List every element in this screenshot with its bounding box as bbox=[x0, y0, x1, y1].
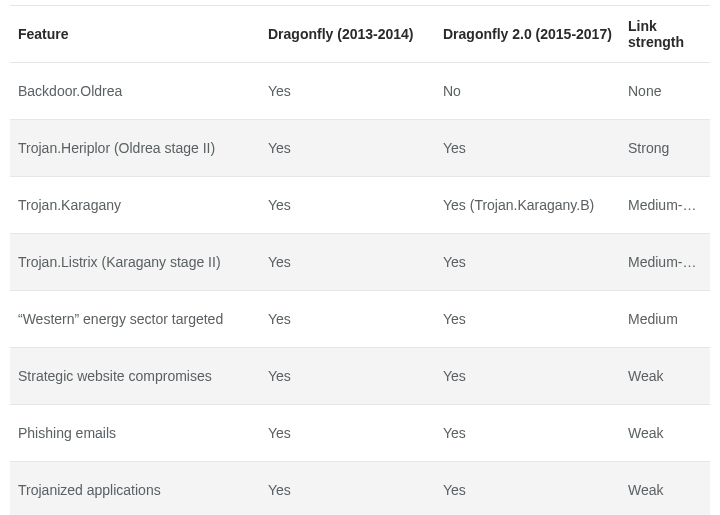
cell-dragonfly: Yes bbox=[260, 120, 435, 177]
cell-link-strength: Weak bbox=[620, 462, 710, 516]
cell-dragonfly: Yes bbox=[260, 291, 435, 348]
col-header-dragonfly: Dragonfly (2013-2014) bbox=[260, 6, 435, 63]
cell-dragonfly: Yes bbox=[260, 177, 435, 234]
table-row: Strategic website compromises Yes Yes We… bbox=[10, 348, 710, 405]
cell-dragonfly2: Yes (Trojan.Karagany.B) bbox=[435, 177, 620, 234]
cell-dragonfly2: Yes bbox=[435, 462, 620, 516]
col-header-feature: Feature bbox=[10, 6, 260, 63]
table-row: “Western” energy sector targeted Yes Yes… bbox=[10, 291, 710, 348]
table-row: Phishing emails Yes Yes Weak bbox=[10, 405, 710, 462]
cell-dragonfly2: Yes bbox=[435, 120, 620, 177]
table-row: Backdoor.Oldrea Yes No None bbox=[10, 63, 710, 120]
cell-link-strength: None bbox=[620, 63, 710, 120]
cell-dragonfly: Yes bbox=[260, 462, 435, 516]
cell-dragonfly: Yes bbox=[260, 348, 435, 405]
cell-dragonfly2: Yes bbox=[435, 348, 620, 405]
cell-link-strength: Weak bbox=[620, 348, 710, 405]
col-header-link-strength: Link strength bbox=[620, 6, 710, 63]
cell-feature: Backdoor.Oldrea bbox=[10, 63, 260, 120]
cell-dragonfly2: Yes bbox=[435, 405, 620, 462]
table-container: Feature Dragonfly (2013-2014) Dragonfly … bbox=[10, 5, 710, 515]
cell-feature: Trojan.Heriplor (Oldrea stage II) bbox=[10, 120, 260, 177]
table-row: Trojan.Listrix (Karagany stage II) Yes Y… bbox=[10, 234, 710, 291]
cell-link-strength: Strong bbox=[620, 120, 710, 177]
cell-link-strength: Medium-Strong bbox=[620, 177, 710, 234]
cell-feature: “Western” energy sector targeted bbox=[10, 291, 260, 348]
cell-link-strength: Weak bbox=[620, 405, 710, 462]
cell-dragonfly: Yes bbox=[260, 405, 435, 462]
cell-feature: Trojan.Listrix (Karagany stage II) bbox=[10, 234, 260, 291]
cell-feature: Trojanized applications bbox=[10, 462, 260, 516]
table-row: Trojan.Karagany Yes Yes (Trojan.Karagany… bbox=[10, 177, 710, 234]
cell-dragonfly2: Yes bbox=[435, 234, 620, 291]
table-header-row: Feature Dragonfly (2013-2014) Dragonfly … bbox=[10, 6, 710, 63]
cell-feature: Strategic website compromises bbox=[10, 348, 260, 405]
cell-link-strength: Medium-Strong bbox=[620, 234, 710, 291]
table-row: Trojanized applications Yes Yes Weak bbox=[10, 462, 710, 516]
cell-feature: Phishing emails bbox=[10, 405, 260, 462]
col-header-dragonfly2: Dragonfly 2.0 (2015-2017) bbox=[435, 6, 620, 63]
cell-dragonfly: Yes bbox=[260, 63, 435, 120]
cell-dragonfly: Yes bbox=[260, 234, 435, 291]
cell-dragonfly2: Yes bbox=[435, 291, 620, 348]
cell-link-strength: Medium bbox=[620, 291, 710, 348]
table-row: Trojan.Heriplor (Oldrea stage II) Yes Ye… bbox=[10, 120, 710, 177]
cell-feature: Trojan.Karagany bbox=[10, 177, 260, 234]
comparison-table: Feature Dragonfly (2013-2014) Dragonfly … bbox=[10, 5, 710, 515]
cell-dragonfly2: No bbox=[435, 63, 620, 120]
